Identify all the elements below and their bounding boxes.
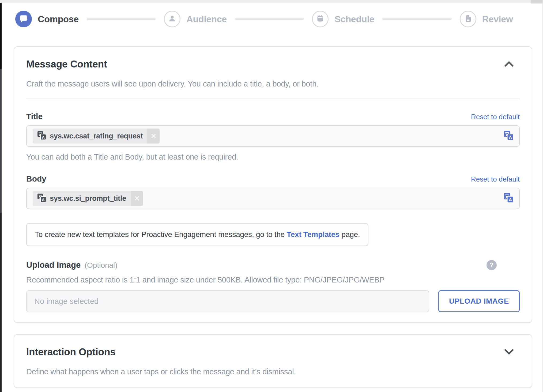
svg-text:A: A (42, 197, 45, 202)
title-reset-link[interactable]: Reset to default (471, 113, 520, 121)
window-top-strip (0, 0, 531, 3)
translate-icon: A (37, 193, 46, 203)
section-divider (26, 99, 520, 99)
upload-help-button[interactable]: ? (487, 260, 497, 270)
upload-hint-text: Recommended aspect ratio is 1:1 and imag… (26, 276, 520, 284)
body-translate-button[interactable]: A (503, 192, 515, 205)
text-templates-link[interactable]: Text Templates (287, 230, 340, 239)
translate-icon: A (37, 131, 46, 141)
stepper-connector (87, 18, 156, 20)
svg-text:A: A (509, 135, 512, 140)
step-schedule-label: Schedule (334, 14, 374, 24)
upload-image-button[interactable]: UPLOAD IMAGE (438, 290, 520, 312)
upload-optional-label: (Optional) (85, 261, 118, 269)
step-audience-label: Audience (186, 14, 227, 24)
body-reset-link[interactable]: Reset to default (471, 175, 520, 183)
body-template-chip[interactable]: A sys.wc.si_prompt_title ✕ (33, 191, 143, 206)
remove-body-template-button[interactable]: ✕ (131, 191, 143, 206)
body-template-name: sys.wc.si_prompt_title (50, 194, 126, 203)
upload-image-label: Upload Image (26, 260, 81, 270)
stepper-connector (382, 18, 451, 20)
title-input[interactable]: A sys.wc.csat_rating_request ✕ (26, 125, 520, 147)
close-icon: ✕ (150, 132, 157, 141)
translate-icon: A (504, 130, 514, 142)
main-content: Compose Audience (2, 3, 531, 392)
interaction-options-description: Define what happens when a user taps or … (26, 367, 520, 376)
scrollbar-thumb[interactable] (531, 0, 543, 3)
expand-section-button[interactable] (504, 349, 514, 356)
step-compose[interactable]: Compose (15, 11, 79, 27)
image-filename-input[interactable] (26, 290, 429, 312)
svg-text:A: A (42, 135, 45, 140)
note-prefix: To create new text templates for Proacti… (35, 230, 287, 239)
step-schedule[interactable]: Schedule (312, 11, 374, 27)
note-suffix: page. (340, 230, 360, 239)
step-compose-circle (15, 11, 32, 27)
message-content-description: Craft the message users will see upon de… (26, 80, 520, 88)
stepper-connector (235, 18, 304, 20)
title-translate-button[interactable]: A (503, 129, 515, 143)
title-helper-text: You can add both a Title and Body, but a… (26, 153, 520, 161)
message-content-title: Message Content (26, 59, 107, 70)
step-review-label: Review (482, 14, 513, 24)
translate-icon: A (504, 193, 514, 204)
body-field-label: Body (26, 174, 46, 183)
wizard-stepper: Compose Audience (15, 11, 513, 27)
chevron-down-icon (504, 349, 514, 356)
question-mark-icon: ? (490, 261, 494, 269)
interaction-options-title: Interaction Options (26, 346, 115, 358)
chat-bubble-icon (19, 14, 28, 24)
step-audience[interactable]: Audience (164, 11, 227, 27)
title-template-name: sys.wc.csat_rating_request (50, 132, 143, 140)
title-template-chip[interactable]: A sys.wc.csat_rating_request ✕ (33, 129, 160, 144)
step-audience-circle (164, 11, 180, 27)
text-templates-note: To create new text templates for Proacti… (26, 223, 368, 246)
step-review[interactable]: Review (460, 11, 513, 27)
calendar-icon (316, 14, 325, 24)
step-schedule-circle (312, 11, 329, 27)
interaction-options-card: Interaction Options Define what happens … (14, 334, 532, 388)
remove-title-template-button[interactable]: ✕ (147, 129, 160, 144)
close-icon: ✕ (134, 194, 140, 203)
step-compose-label: Compose (38, 14, 79, 24)
document-icon (464, 14, 472, 24)
collapse-section-button[interactable] (504, 61, 514, 68)
step-review-circle (460, 11, 476, 27)
person-icon (168, 14, 176, 24)
svg-text:A: A (509, 197, 512, 202)
chevron-up-icon (504, 61, 514, 68)
body-input[interactable]: A sys.wc.si_prompt_title ✕ A (26, 188, 520, 209)
title-field-label: Title (26, 112, 43, 121)
message-content-card: Message Content Craft the message users … (14, 46, 532, 323)
